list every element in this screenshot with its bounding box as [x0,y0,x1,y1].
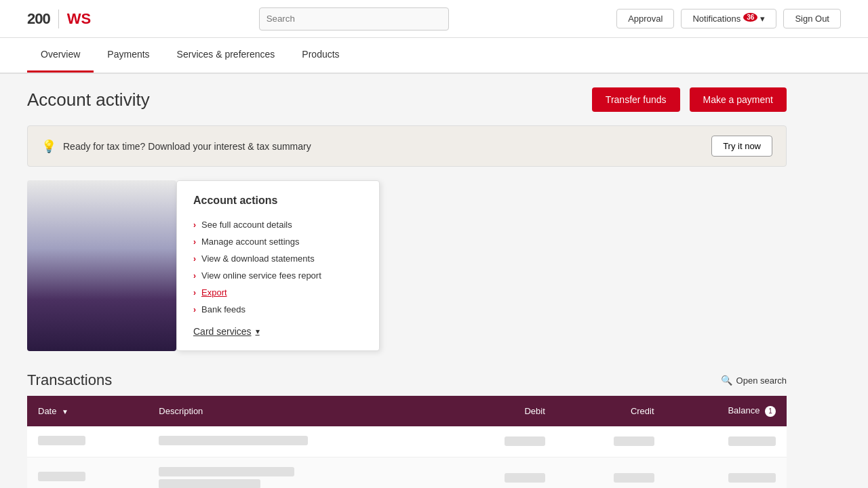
table-row [27,457,787,488]
col-debit[interactable]: Debit [447,396,556,426]
search-icon: 🔍 [721,375,732,386]
open-search-button[interactable]: 🔍 Open search [721,375,787,386]
transactions-section: Transactions 🔍 Open search Date ▼ Descri… [27,371,787,488]
logo-ws: WS [67,10,91,28]
action-download-statements[interactable]: › View & download statements [193,250,363,267]
description-cell [159,436,308,445]
action-buttons: Transfer funds Make a payment [585,87,787,112]
tax-banner-message: Ready for tax time? Download your intere… [63,141,311,152]
action-fees-report[interactable]: › View online service fees report [193,267,363,284]
make-payment-button[interactable]: Make a payment [690,87,787,112]
date-cell [38,472,85,481]
notifications-label: Notifications [692,14,741,24]
card-services-label: Card services [193,326,252,337]
description-cell [159,467,436,489]
chevron-right-icon: › [193,237,196,247]
open-search-label: Open search [736,375,787,386]
action-full-details-label: See full account details [201,220,292,230]
action-statements-label: View & download statements [201,253,315,264]
transfer-funds-button[interactable]: Transfer funds [592,87,680,112]
transactions-table: Date ▼ Description Debit Credit Balance [27,396,787,488]
debit-cell [505,473,545,483]
chevron-right-icon: › [193,254,196,264]
chevron-down-icon: ▾ [256,327,260,336]
search-input[interactable] [259,7,449,30]
action-fees-label: View online service fees report [201,270,321,281]
sort-down-icon: ▼ [62,408,68,415]
page-header: Account activity Transfer funds Make a p… [27,87,787,112]
tax-banner-left: 💡 Ready for tax time? Download your inte… [41,139,311,154]
action-bank-feeds-label: Bank feeds [201,304,245,314]
table-header-row: Date ▼ Description Debit Credit Balance [27,396,787,426]
page-content: Account activity Transfer funds Make a p… [0,74,814,488]
page-title: Account activity [27,89,150,110]
header-actions: Approval Notifications 36 ▾ Sign Out [616,9,841,28]
action-export-label: Export [201,287,227,298]
chevron-right-icon: › [193,271,196,281]
credit-cell [614,436,654,446]
main-area: Account actions › See full account detai… [27,180,787,351]
card-services-button[interactable]: Card services ▾ [193,326,260,337]
action-see-full-details[interactable]: › See full account details [193,216,363,233]
col-credit[interactable]: Credit [556,396,665,426]
lightbulb-icon: 💡 [41,139,56,154]
signout-button[interactable]: Sign Out [783,9,841,28]
logo-area: 200 WS [27,9,91,28]
balance-info-badge[interactable]: 1 [765,406,776,417]
nav-item-products[interactable]: Products [288,38,353,73]
action-manage-settings[interactable]: › Manage account settings [193,233,363,250]
col-description[interactable]: Description [148,396,447,426]
logo-200: 200 [27,10,50,28]
chevron-down-icon: ▾ [760,14,765,24]
notifications-badge: 36 [743,13,757,22]
chevron-right-icon: › [193,305,196,314]
credit-cell [614,473,654,483]
chevron-right-icon: › [193,288,196,298]
account-actions-title: Account actions [193,195,363,207]
nav-item-payments[interactable]: Payments [94,38,163,73]
header: 200 WS Approval Notifications 36 ▾ Sign … [0,0,868,38]
action-bank-feeds[interactable]: › Bank feeds [193,301,363,318]
account-card [27,180,176,351]
col-balance[interactable]: Balance 1 [665,396,787,426]
balance-cell [728,473,776,483]
col-date[interactable]: Date ▼ [27,396,148,426]
action-manage-settings-label: Manage account settings [201,237,300,247]
nav-item-services[interactable]: Services & preferences [163,38,289,73]
transactions-title: Transactions [27,371,112,389]
transactions-header: Transactions 🔍 Open search [27,371,787,389]
debit-cell [505,436,545,446]
date-cell [38,436,85,445]
chevron-right-icon: › [193,220,196,230]
table-row [27,426,787,458]
tax-banner: 💡 Ready for tax time? Download your inte… [27,125,787,167]
approval-label: Approval [628,14,663,24]
nav-item-overview[interactable]: Overview [27,38,94,73]
action-export[interactable]: › Export [193,284,363,301]
main-nav: Overview Payments Services & preferences… [0,38,868,74]
notifications-button[interactable]: Notifications 36 ▾ [681,9,776,28]
approval-button[interactable]: Approval [616,9,674,28]
signout-label: Sign Out [795,14,829,24]
balance-cell [728,436,776,446]
try-now-button[interactable]: Try it now [711,136,772,157]
logo-divider [58,9,59,28]
account-actions-panel: Account actions › See full account detai… [176,180,380,351]
